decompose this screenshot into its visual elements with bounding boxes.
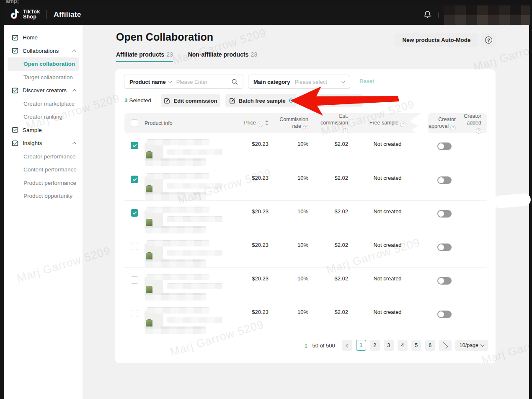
question-circle-icon[interactable]: ? [450,125,456,130]
sidebar-item-product-performance[interactable]: Product performance [4,176,83,190]
sidebar-item-label: Product performance [23,180,76,186]
sidebar-item-insights[interactable]: Insights [4,137,83,150]
page-button-3[interactable]: 3 [384,340,394,351]
row-checkbox[interactable] [131,142,138,149]
row-checkbox-cell [124,274,145,301]
question-circle-icon[interactable]: ? [258,122,263,127]
creator-approval-cell [428,309,462,334]
chevron-left-icon [346,343,350,347]
topbar-separator: | [438,11,439,18]
question-circle-icon[interactable]: ? [303,125,308,130]
free-sample-cell: Not created [354,309,421,334]
sidebar-item-label: Target collaboration [23,74,76,80]
row-checkbox[interactable] [131,310,138,317]
product-info-cell [145,139,235,167]
creator-approval-toggle[interactable] [437,244,452,251]
next-page-button[interactable] [439,340,452,351]
free-sample-cell: Not created [354,175,421,200]
pagination-range: 1 - 50 of 500 [305,342,335,349]
creator-added-cell [462,275,487,301]
est-commission-cell: $2.02 [314,208,354,234]
row-checkbox[interactable] [131,243,138,250]
page-button-1[interactable]: 1 [356,340,366,351]
page-button-5[interactable]: 5 [411,340,421,351]
product-name-search-input[interactable]: Product name Please Enter [124,75,243,89]
product-detail-blurred [167,283,222,289]
row-checkbox-cell [124,207,145,234]
sidebar-item-label: Discover creators [23,87,73,93]
sort-icon[interactable] [265,120,269,125]
col-est-commission: Est. commission? [314,113,354,134]
pagination: 1 - 50 of 500 123456 10/page [305,340,488,351]
tab-affiliate-products[interactable]: Affiliate products23 [116,51,173,62]
obscured-button[interactable] [303,94,363,107]
sidebar-item-home[interactable]: Home [4,31,83,44]
search-placeholder: Please Enter [176,79,231,85]
creator-approval-toggle[interactable] [437,311,452,318]
creator-approval-toggle[interactable] [437,210,452,218]
sidebar-item-creator-performance[interactable]: Creator performance [4,150,83,163]
creator-approval-toggle[interactable] [437,142,452,150]
main-category-select[interactable]: Main category Please select [248,75,350,89]
sidebar-item-creator-ranking[interactable]: Creator ranking [4,110,83,124]
page-size-select[interactable]: 10/page [455,340,488,351]
new-products-auto-mode-button[interactable]: New products Auto-Mode [395,33,478,47]
products-table: Product info Price? Commission rate? Est… [124,113,487,334]
loading-ring-icon [289,98,293,103]
product-detail-blurred [167,216,222,222]
tab-non-affiliate-products[interactable]: Non-affiliate products23 [188,51,257,62]
sidebar-item-label: Open collaboration [23,61,75,67]
tiktok-shop-logo[interactable]: TikTok Shop [10,9,40,20]
page-button-2[interactable]: 2 [370,340,380,351]
sidebar-item-content-performance[interactable]: Content performance [4,163,83,176]
sidebar-item-target-collaboration[interactable]: Target collaboration [4,71,83,84]
prev-page-button[interactable] [342,340,352,351]
search-icon[interactable] [231,78,238,85]
row-checkbox[interactable] [131,276,138,284]
topbar-divider [46,10,47,19]
user-account-blurred[interactable] [444,5,530,25]
sidebar-item-creator-marketplace[interactable]: Creator marketplace [4,97,83,111]
app-name: Affiliate [54,10,81,19]
batch-free-sample-label: Batch free sample [239,98,286,104]
sidebar-item-label: Collaborations [23,48,73,54]
creator-approval-toggle[interactable] [437,277,452,285]
sidebar-item-sample[interactable]: Sample [4,124,83,137]
category-field-label: Main category [253,79,290,85]
select-all-checkbox[interactable] [131,119,138,127]
column-gap [421,139,428,167]
page-button-6[interactable]: 6 [425,340,435,351]
reset-button[interactable]: Reset [359,78,374,84]
creator-approval-toggle[interactable] [437,176,452,184]
page-button-4[interactable]: 4 [398,340,408,351]
table-body: $20.2310%$2.02Not created$20.2310%$2.02N… [124,133,487,334]
column-gap [421,207,428,234]
sidebar-item-label: Creator ranking [23,114,76,120]
sidebar-item-open-collaboration[interactable]: Open collaboration [8,57,79,71]
nav-section-icon [12,140,18,147]
row-checkbox[interactable] [131,209,138,217]
search-field-selector[interactable]: Product name [129,79,166,85]
tab-count: 23 [166,51,173,58]
sidebar-item-discover-creators[interactable]: Discover creators [4,84,83,97]
sidebar-item-collaborations[interactable]: Collaborations [4,44,83,58]
row-checkbox-cell [124,139,145,167]
chevron-down-icon [341,79,346,83]
free-sample-cell: Not created [354,208,421,234]
question-circle-icon[interactable]: ? [400,122,405,127]
free-sample-cell: Not created [354,242,421,267]
question-mark-icon: ? [485,36,492,44]
column-gap [421,307,428,334]
chevron-up-icon [72,142,77,146]
browser-chrome-fragment: amp; [6,0,19,4]
notification-bell-button[interactable] [423,10,432,19]
sidebar-item-product-opportunity[interactable]: Product opportunity [4,189,83,203]
batch-free-sample-button[interactable]: Batch free sample [225,94,297,107]
est-commission-cell: $2.02 [314,275,354,301]
creator-approval-cell [428,275,462,301]
help-button[interactable]: ? [481,33,496,47]
product-extra-blurred [145,226,206,233]
row-checkbox[interactable] [131,176,138,183]
edit-commission-button[interactable]: Edit commission [161,94,220,107]
commission-rate-cell: 10% [274,175,314,200]
